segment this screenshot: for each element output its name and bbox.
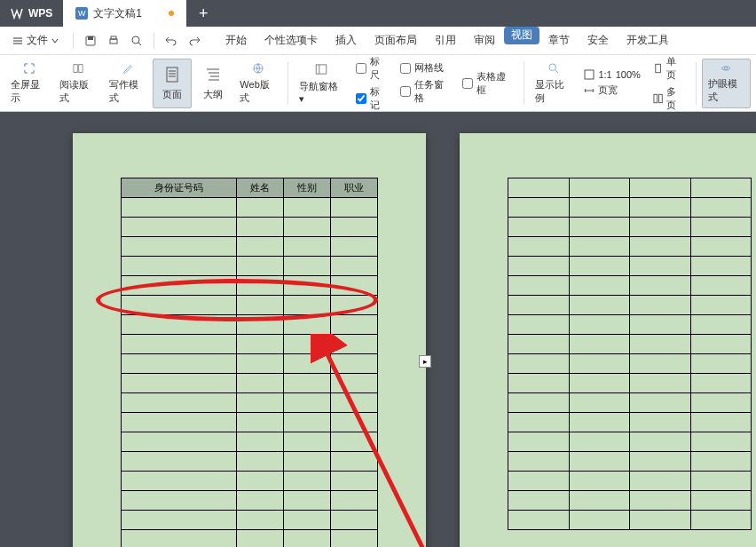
table-cell[interactable]: [690, 393, 752, 413]
table-cell[interactable]: [630, 315, 691, 335]
table-row[interactable]: [122, 296, 378, 315]
table-row[interactable]: [122, 315, 378, 335]
table-cell[interactable]: [331, 315, 378, 335]
table-cell[interactable]: [508, 257, 570, 276]
redo-button[interactable]: [183, 35, 206, 47]
table-row[interactable]: [122, 452, 378, 472]
tab-custom[interactable]: 个性选项卡: [256, 27, 327, 55]
table-cell[interactable]: [331, 393, 378, 413]
table-cell[interactable]: [236, 452, 283, 472]
table-cell[interactable]: [283, 413, 330, 432]
table-cell[interactable]: [283, 472, 330, 491]
table-cell[interactable]: [569, 491, 630, 511]
table-cell[interactable]: [630, 413, 691, 432]
table-cell[interactable]: [331, 432, 378, 452]
table-cell[interactable]: [236, 335, 283, 354]
table-cell[interactable]: [690, 413, 752, 432]
table-cell[interactable]: [630, 257, 691, 276]
zoom-100-button[interactable]: 1:1 100%: [584, 69, 640, 80]
table-row[interactable]: [508, 276, 752, 296]
table-cell[interactable]: [236, 315, 283, 335]
document-page-2[interactable]: [460, 133, 756, 547]
new-tab-button[interactable]: +: [186, 4, 221, 23]
table-cell[interactable]: [508, 452, 570, 472]
file-menu[interactable]: 文件: [7, 33, 67, 48]
table-cell[interactable]: [122, 237, 237, 257]
table-cell[interactable]: [331, 511, 378, 530]
table-cell[interactable]: [283, 354, 330, 374]
table-cell[interactable]: [122, 472, 237, 491]
table-cell[interactable]: [236, 432, 283, 452]
table-cell[interactable]: [122, 198, 237, 218]
table-row[interactable]: [508, 472, 752, 491]
table-cell[interactable]: [569, 472, 630, 491]
table-cell[interactable]: [630, 218, 691, 237]
table-cell[interactable]: [331, 491, 378, 511]
table-cell[interactable]: [283, 432, 330, 452]
table-row[interactable]: [508, 511, 752, 530]
table-cell[interactable]: [569, 413, 630, 432]
table-cell[interactable]: [236, 530, 283, 548]
table-cell[interactable]: [236, 276, 283, 296]
table-frame-checkbox[interactable]: 表格虚框: [462, 70, 513, 97]
table-cell[interactable]: [331, 452, 378, 472]
table-cell[interactable]: [569, 452, 630, 472]
table-cell[interactable]: [690, 315, 752, 335]
table-cell[interactable]: [122, 335, 237, 354]
table-row[interactable]: [122, 354, 378, 374]
table-cell[interactable]: [283, 198, 330, 218]
table-cell[interactable]: [569, 178, 630, 198]
data-table-page2[interactable]: [508, 178, 752, 530]
table-row[interactable]: [122, 257, 378, 276]
table-cell[interactable]: [690, 237, 752, 257]
table-cell[interactable]: [630, 491, 691, 511]
table-cell[interactable]: [569, 218, 630, 237]
table-cell[interactable]: [690, 432, 752, 452]
web-view-button[interactable]: Web版式: [234, 59, 282, 108]
table-cell[interactable]: [331, 198, 378, 218]
table-row[interactable]: [508, 413, 752, 432]
table-row[interactable]: [122, 374, 378, 393]
table-cell[interactable]: [122, 276, 237, 296]
table-row[interactable]: [122, 432, 378, 452]
table-row[interactable]: [122, 511, 378, 530]
table-cell[interactable]: [508, 374, 570, 393]
table-cell[interactable]: [630, 393, 691, 413]
eye-protect-button[interactable]: 护眼模式: [702, 59, 751, 108]
page-view-button[interactable]: 页面: [153, 59, 192, 108]
table-cell[interactable]: [690, 354, 752, 374]
marks-checkbox[interactable]: 标记: [356, 85, 388, 112]
table-row[interactable]: [122, 413, 378, 432]
table-row[interactable]: [122, 393, 378, 413]
table-cell[interactable]: [569, 511, 630, 530]
undo-button[interactable]: [160, 35, 183, 47]
table-cell[interactable]: [569, 432, 630, 452]
table-cell[interactable]: [630, 432, 691, 452]
table-row[interactable]: [508, 178, 752, 198]
table-cell[interactable]: [690, 491, 752, 511]
table-cell[interactable]: [690, 198, 752, 218]
table-row[interactable]: [508, 257, 752, 276]
table-cell[interactable]: [331, 257, 378, 276]
outline-view-button[interactable]: 大纲: [193, 59, 232, 108]
table-cell[interactable]: [122, 393, 237, 413]
table-row[interactable]: [508, 432, 752, 452]
gridlines-checkbox[interactable]: 网格线: [400, 61, 451, 75]
table-cell[interactable]: [236, 257, 283, 276]
table-cell[interactable]: [630, 472, 691, 491]
table-cell[interactable]: [690, 296, 752, 315]
single-page-button[interactable]: 单页: [653, 55, 685, 82]
table-cell[interactable]: [508, 198, 570, 218]
tab-security[interactable]: 安全: [579, 27, 618, 55]
tab-references[interactable]: 引用: [426, 27, 465, 55]
table-cell[interactable]: [569, 374, 630, 393]
reading-mode-button[interactable]: 阅读版式: [54, 59, 101, 108]
table-cell[interactable]: [236, 413, 283, 432]
data-table[interactable]: 身份证号码 姓名 性别 职业: [121, 178, 378, 547]
table-row[interactable]: [508, 354, 752, 374]
table-row[interactable]: [508, 296, 752, 315]
table-cell[interactable]: [122, 491, 237, 511]
table-cell[interactable]: [630, 237, 691, 257]
table-row[interactable]: [122, 237, 378, 257]
table-cell[interactable]: [569, 276, 630, 296]
